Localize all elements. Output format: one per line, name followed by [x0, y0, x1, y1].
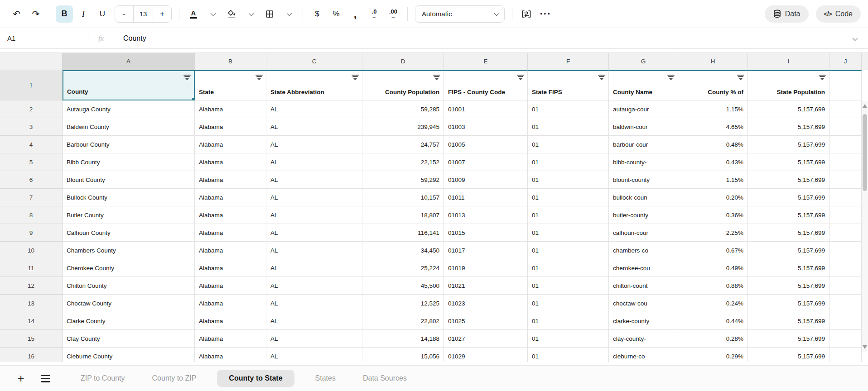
- cell-F5[interactable]: 01: [528, 153, 609, 171]
- cell-D10[interactable]: 34,450: [362, 242, 444, 259]
- cell-A14[interactable]: Clarke County: [63, 312, 195, 330]
- cell-J11[interactable]: [829, 259, 862, 277]
- cell-F4[interactable]: 01: [528, 136, 609, 153]
- data-panel-button[interactable]: Data: [765, 5, 809, 23]
- row-header-4[interactable]: 4: [0, 136, 63, 153]
- cell-G7[interactable]: bullock-coun: [609, 189, 678, 206]
- cell-E5[interactable]: 01007: [444, 153, 528, 171]
- cell-A4[interactable]: Barbour County: [63, 136, 195, 153]
- cell-J5[interactable]: [829, 153, 862, 171]
- cell-G12[interactable]: chilton-count: [609, 277, 678, 295]
- cell-D15[interactable]: 14,188: [362, 330, 444, 348]
- cell-H10[interactable]: 0.67%: [678, 242, 748, 259]
- borders-dropdown[interactable]: [280, 5, 297, 23]
- sheet-tab-zip-to-county[interactable]: ZIP to County: [67, 370, 139, 387]
- cell-H15[interactable]: 0.28%: [678, 330, 748, 348]
- fill-color-dropdown[interactable]: [242, 5, 259, 23]
- cell-G16[interactable]: cleburne-co: [609, 348, 678, 362]
- underline-button[interactable]: U: [94, 5, 111, 23]
- cell-J12[interactable]: [829, 277, 862, 295]
- row-header-9[interactable]: 9: [0, 224, 63, 242]
- cell-E14[interactable]: 01025: [444, 312, 528, 330]
- cell-C16[interactable]: AL: [266, 348, 362, 362]
- cell-F13[interactable]: 01: [528, 295, 609, 312]
- cell-E13[interactable]: 01023: [444, 295, 528, 312]
- select-all-corner[interactable]: [0, 53, 63, 70]
- cell-H16[interactable]: 0.29%: [678, 348, 748, 362]
- cell-G10[interactable]: chambers-co: [609, 242, 678, 259]
- cell-A15[interactable]: Clay County: [63, 330, 195, 348]
- cell-E4[interactable]: 01005: [444, 136, 528, 153]
- cell-D11[interactable]: 25,224: [362, 259, 444, 277]
- cell-I8[interactable]: 5,157,699: [748, 206, 829, 224]
- cell-A10[interactable]: Chambers County: [63, 242, 195, 259]
- column-header-G[interactable]: G: [609, 53, 678, 70]
- cell-F15[interactable]: 01: [528, 330, 609, 348]
- cell-B4[interactable]: Alabama: [195, 136, 266, 153]
- cell-C6[interactable]: AL: [266, 171, 362, 189]
- filter-icon[interactable]: [737, 74, 744, 81]
- row-header-2[interactable]: 2: [0, 100, 63, 118]
- cell-A2[interactable]: Autauga County: [63, 100, 195, 118]
- cell-J15[interactable]: [829, 330, 862, 348]
- cell-F14[interactable]: 01: [528, 312, 609, 330]
- cell-H1[interactable]: County % of: [678, 70, 748, 100]
- cell-B14[interactable]: Alabama: [195, 312, 266, 330]
- cell-A6[interactable]: Blount County: [63, 171, 195, 189]
- cell-J10[interactable]: [829, 242, 862, 259]
- cell-G9[interactable]: calhoun-cour: [609, 224, 678, 242]
- percent-format-button[interactable]: %: [328, 5, 345, 23]
- cell-E6[interactable]: 01009: [444, 171, 528, 189]
- cell-H3[interactable]: 4.65%: [678, 118, 748, 136]
- cell-D1[interactable]: County Population: [362, 70, 444, 100]
- cell-F16[interactable]: 01: [528, 348, 609, 362]
- sheet-tab-data-sources[interactable]: Data Sources: [349, 370, 420, 387]
- number-format-dropdown[interactable]: Automatic: [415, 5, 505, 23]
- cell-D2[interactable]: 59,285: [362, 100, 444, 118]
- cell-I13[interactable]: 5,157,699: [748, 295, 829, 312]
- cell-E16[interactable]: 01029: [444, 348, 528, 362]
- font-size-input[interactable]: 13: [133, 6, 153, 22]
- cell-I9[interactable]: 5,157,699: [748, 224, 829, 242]
- cell-I11[interactable]: 5,157,699: [748, 259, 829, 277]
- text-color-dropdown[interactable]: [204, 5, 221, 23]
- column-header-B[interactable]: B: [195, 53, 266, 70]
- cell-B15[interactable]: Alabama: [195, 330, 266, 348]
- currency-format-button[interactable]: $: [309, 5, 326, 23]
- text-color-button[interactable]: A: [185, 5, 202, 23]
- row-header-13[interactable]: 13: [0, 295, 63, 312]
- cell-F11[interactable]: 01: [528, 259, 609, 277]
- cell-F6[interactable]: 01: [528, 171, 609, 189]
- selection-fill-handle[interactable]: [192, 97, 195, 100]
- cell-D7[interactable]: 10,157: [362, 189, 444, 206]
- cell-J8[interactable]: [829, 206, 862, 224]
- cell-B13[interactable]: Alabama: [195, 295, 266, 312]
- vertical-scrollbar-thumb[interactable]: [863, 114, 867, 191]
- cell-C8[interactable]: AL: [266, 206, 362, 224]
- cell-C2[interactable]: AL: [266, 100, 362, 118]
- cell-H2[interactable]: 1.15%: [678, 100, 748, 118]
- cell-B7[interactable]: Alabama: [195, 189, 266, 206]
- cell-B8[interactable]: Alabama: [195, 206, 266, 224]
- undo-button[interactable]: ↶: [8, 5, 25, 23]
- cell-J2[interactable]: [829, 100, 862, 118]
- cell-B9[interactable]: Alabama: [195, 224, 266, 242]
- cell-G5[interactable]: bibb-county-: [609, 153, 678, 171]
- cell-C13[interactable]: AL: [266, 295, 362, 312]
- scroll-down-arrow-icon[interactable]: [863, 345, 867, 349]
- sheet-tab-county-to-state[interactable]: County to State: [217, 370, 294, 387]
- filter-icon[interactable]: [517, 74, 524, 81]
- cell-D12[interactable]: 45,500: [362, 277, 444, 295]
- filter-icon[interactable]: [667, 74, 675, 81]
- cell-J1[interactable]: [829, 70, 862, 100]
- row-header-11[interactable]: 11: [0, 259, 63, 277]
- cell-E9[interactable]: 01015: [444, 224, 528, 242]
- cell-H4[interactable]: 0.48%: [678, 136, 748, 153]
- cell-B11[interactable]: Alabama: [195, 259, 266, 277]
- cell-G4[interactable]: barbour-cour: [609, 136, 678, 153]
- cell-E12[interactable]: 01021: [444, 277, 528, 295]
- code-panel-button[interactable]: </> Code: [816, 5, 861, 23]
- filter-icon[interactable]: [819, 74, 826, 81]
- comma-format-button[interactable]: ,: [347, 5, 364, 23]
- column-header-A[interactable]: A: [63, 53, 195, 70]
